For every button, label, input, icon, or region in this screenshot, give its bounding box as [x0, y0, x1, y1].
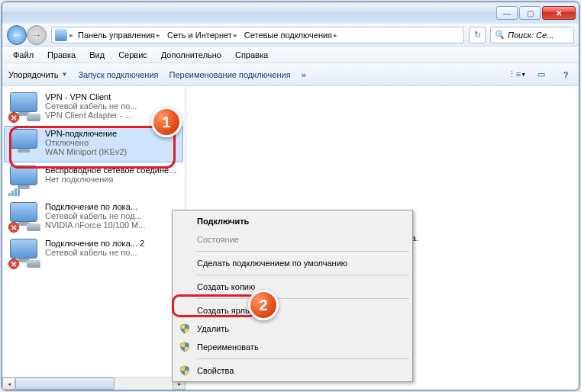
preview-pane-button[interactable]: ▭ — [534, 68, 548, 82]
horizontal-scrollbar[interactable]: ◂ ▸ — [2, 377, 186, 390]
separator — [197, 298, 409, 299]
shield-icon — [179, 323, 191, 335]
separator — [197, 251, 409, 252]
chevron-right-icon: ▸ — [69, 31, 73, 39]
nav-forward-button[interactable]: → — [27, 25, 47, 45]
chevron-right-icon: ▸ — [234, 31, 237, 39]
ctx-set-default[interactable]: Сделать подключением по умолчанию — [174, 254, 411, 272]
toolbar-more[interactable]: » — [302, 70, 306, 79]
chevron-right-icon: ▸ — [157, 31, 160, 39]
search-icon: 🔍 — [494, 30, 505, 40]
ctx-rename[interactable]: Переименовать — [174, 338, 411, 356]
menu-view[interactable]: Вид — [83, 49, 111, 61]
maximize-button[interactable]: ▢ — [519, 6, 541, 20]
chevron-down-icon: ▼ — [61, 71, 67, 78]
connection-icon — [8, 129, 40, 159]
plug-icon — [27, 114, 40, 121]
menu-tools[interactable]: Сервис — [112, 49, 153, 61]
connection-name: VPN - VPN Client — [45, 92, 179, 101]
shield-icon — [179, 365, 191, 377]
scroll-left-button[interactable]: ◂ — [2, 378, 15, 390]
connection-status: Сетевой кабель не по... — [45, 248, 179, 257]
nav-back-button[interactable]: ← — [7, 25, 27, 45]
breadcrumb-seg[interactable]: Сетевые подключения — [244, 31, 332, 40]
toolbar-organize[interactable]: Упорядочить▼ — [8, 70, 67, 79]
connection-item[interactable]: Беспроводное сетевое соединениеНет подкл… — [4, 162, 183, 199]
search-input[interactable]: 🔍 Поиск: Се... — [490, 27, 574, 43]
annotation-badge: 1 — [151, 107, 182, 137]
error-icon: ✕ — [8, 259, 19, 269]
ctx-connect[interactable]: Подключить — [174, 212, 411, 230]
connection-item[interactable]: ✕Подключение по лока... 2Сетевой кабель … — [4, 236, 183, 272]
view-options-button[interactable]: ⋮≡▼ — [510, 68, 524, 82]
location-icon — [55, 29, 67, 41]
connection-device: WAN Miniport (IKEv2) — [45, 147, 179, 156]
plug-icon — [27, 223, 40, 231]
menu-extra[interactable]: Дополнительно — [155, 49, 228, 61]
breadcrumb-seg[interactable]: Сеть и Интернет — [167, 31, 232, 40]
separator — [197, 358, 409, 359]
connection-device: NVIDIA nForce 10/100 M... — [45, 220, 179, 230]
connection-name: Подключение по лока... — [45, 202, 179, 211]
separator — [197, 275, 409, 275]
ctx-create-copy[interactable]: Создать копию — [174, 278, 411, 296]
connection-icon: ✕ — [8, 92, 40, 123]
shield-icon — [179, 341, 191, 353]
ctx-delete[interactable]: Удалить — [174, 320, 411, 338]
toolbar-start[interactable]: Запуск подключения — [78, 70, 158, 79]
menu-help[interactable]: Справка — [229, 49, 274, 61]
error-icon: ✕ — [8, 112, 19, 123]
chevron-right-icon: ▸ — [334, 31, 337, 39]
connection-name: Подключение по лока... 2 — [45, 239, 179, 248]
refresh-button[interactable]: ↻ — [469, 27, 486, 43]
connection-icon: ✕ — [8, 239, 40, 269]
close-button[interactable]: ✕ — [542, 6, 576, 20]
menu-bar: Файл Правка Вид Сервис Дополнительно Спр… — [2, 47, 579, 63]
connection-status: Сетевой кабель не под... — [45, 211, 179, 220]
help-button[interactable]: ? — [559, 68, 573, 82]
breadcrumb[interactable]: ▸ Панель управления▸ Сеть и Интернет▸ Се… — [51, 27, 464, 43]
error-icon: ✕ — [8, 222, 19, 233]
minimize-button[interactable]: — — [496, 6, 518, 20]
scroll-thumb[interactable] — [15, 378, 115, 390]
toolbar: Упорядочить▼ Запуск подключения Переимен… — [2, 63, 579, 86]
menu-file[interactable]: Файл — [7, 49, 40, 61]
connection-status: Нет подключения — [45, 175, 179, 184]
annotation-badge: 2 — [248, 290, 279, 320]
context-menu: Подключить Состояние Сделать подключение… — [172, 210, 413, 382]
address-bar: ← → ▸ Панель управления▸ Сеть и Интернет… — [2, 24, 579, 47]
ctx-state: Состояние — [174, 230, 411, 249]
search-placeholder: Поиск: Се... — [508, 31, 554, 40]
connection-status: Отключено — [45, 138, 179, 147]
ctx-create-shortcut[interactable]: Создать ярлык — [174, 301, 411, 320]
connection-icon: ✕ — [8, 202, 40, 233]
breadcrumb-seg[interactable]: Панель управления — [78, 31, 155, 40]
connection-icon — [8, 165, 40, 196]
toolbar-rename[interactable]: Переименование подключения — [169, 70, 291, 79]
titlebar: — ▢ ✕ — [2, 2, 579, 24]
signal-bars-icon — [8, 186, 20, 196]
ctx-properties[interactable]: Свойства — [174, 361, 411, 380]
connection-name: Беспроводное сетевое соединение — [45, 165, 179, 175]
plug-icon — [27, 260, 40, 268]
menu-edit[interactable]: Правка — [41, 49, 82, 61]
connection-item[interactable]: ✕Подключение по лока...Сетевой кабель не… — [4, 199, 183, 236]
